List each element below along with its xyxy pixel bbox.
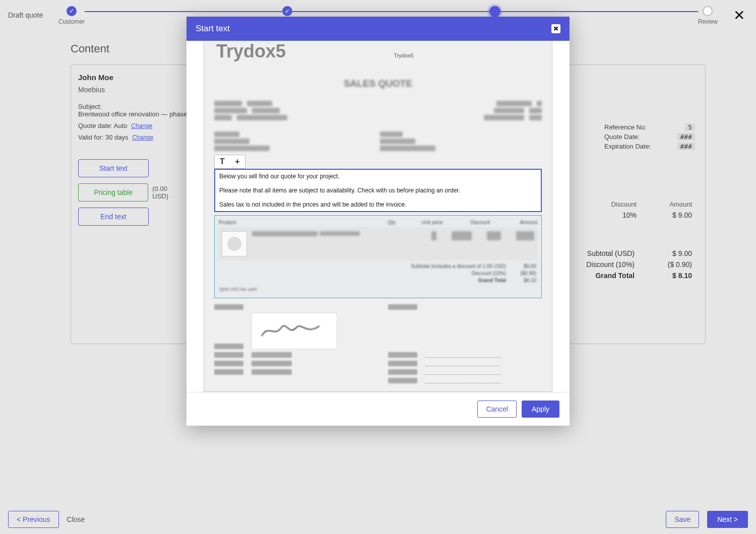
doc-company-name: Trydox5 (256, 52, 552, 58)
modal-title: Start text (196, 24, 230, 34)
stepper-line (500, 11, 698, 12)
cancel-button[interactable]: Cancel (477, 400, 517, 418)
text-tool-icon[interactable]: T (215, 155, 230, 168)
stepper-line (85, 11, 282, 12)
dotted-line (425, 383, 501, 383)
dotted-line (425, 357, 501, 358)
current-step-icon (489, 6, 500, 17)
signature-image (251, 313, 337, 349)
stepper-line (292, 11, 490, 12)
pricing-preview: ProductQtyUnit priceDiscountAmount Name … (214, 215, 542, 298)
dotted-line (425, 366, 501, 366)
check-icon: ✓ (282, 6, 292, 16)
add-tool-icon[interactable]: + (230, 155, 245, 168)
check-icon: ✓ (67, 6, 77, 16)
modal-close-icon[interactable]: ✖ (551, 24, 560, 33)
dotted-line (425, 374, 501, 375)
start-text-editor[interactable]: Below you will find our quote for your p… (214, 169, 542, 212)
start-text-modal: Start text ✖ Trydox5 Trydox5 SALES QUOTE… (186, 17, 570, 426)
apply-button[interactable]: Apply (522, 400, 559, 418)
doc-title: SALES QUOTE (214, 78, 542, 89)
modal-overlay: Start text ✖ Trydox5 Trydox5 SALES QUOTE… (0, 0, 756, 534)
product-thumbnail (222, 231, 247, 256)
text-toolbar: T + (214, 155, 245, 169)
